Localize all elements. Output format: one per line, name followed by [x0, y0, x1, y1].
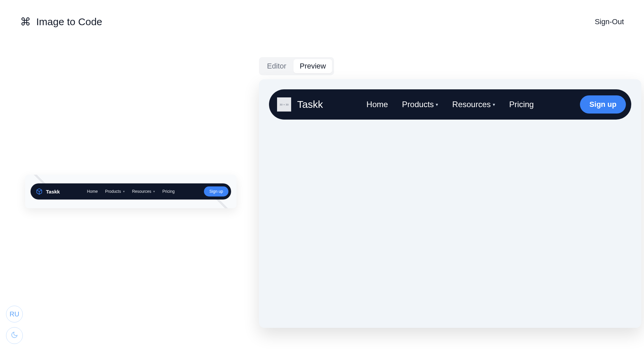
preview-nav: Home Products ▾ Resources ▾ Pricing — [367, 100, 534, 109]
floating-controls: RU — [6, 306, 23, 344]
thumbnail-nav-resources[interactable]: Resources ▾ — [132, 189, 155, 194]
chevron-down-icon: ▾ — [123, 190, 125, 193]
tab-preview[interactable]: Preview — [293, 59, 332, 73]
thumbnail-nav-pricing-label: Pricing — [162, 189, 175, 194]
thumbnail-signup-button[interactable]: Sign up — [204, 186, 228, 196]
preview-navbar: 30 × 30 Taskk Home Products ▾ Resources … — [269, 89, 631, 120]
preview-panel: 30 × 30 Taskk Home Products ▾ Resources … — [259, 79, 641, 328]
preview-nav-products[interactable]: Products ▾ — [402, 100, 438, 109]
thumbnail-brand-text: Taskk — [46, 189, 60, 194]
preview-nav-pricing-label: Pricing — [509, 100, 534, 109]
source-thumbnail-panel: Taskk Home Products ▾ Resources ▾ Pricin… — [25, 175, 236, 208]
thumbnail-nav-pricing[interactable]: Pricing — [162, 189, 175, 194]
preview-nav-resources[interactable]: Resources ▾ — [452, 100, 495, 109]
preview-nav-home-label: Home — [367, 100, 388, 109]
app-title: Image to Code — [36, 16, 102, 28]
chevron-down-icon: ▾ — [436, 102, 438, 107]
command-icon: ⌘ — [20, 16, 31, 27]
thumbnail-nav-home-label: Home — [87, 189, 98, 194]
preview-nav-pricing[interactable]: Pricing — [509, 100, 534, 109]
tab-group: Editor Preview — [259, 57, 334, 75]
preview-signup-button[interactable]: Sign up — [580, 95, 626, 114]
thumbnail-navbar: Taskk Home Products ▾ Resources ▾ Pricin… — [31, 183, 231, 200]
logo-placeholder: 30 × 30 — [277, 97, 291, 112]
language-toggle-button[interactable]: RU — [6, 306, 23, 322]
logo-placeholder-text: 30 × 30 — [280, 103, 289, 106]
thumbnail-nav-products[interactable]: Products ▾ — [105, 189, 124, 194]
thumbnail-nav-resources-label: Resources — [132, 189, 151, 194]
chevron-down-icon: ▾ — [493, 102, 495, 107]
signout-link[interactable]: Sign-Out — [595, 17, 624, 26]
app-header: ⌘ Image to Code Sign-Out — [0, 0, 644, 36]
language-badge-text: RU — [10, 310, 19, 318]
theme-toggle-button[interactable] — [6, 327, 23, 344]
preview-brand-text: Taskk — [297, 99, 323, 110]
preview-nav-resources-label: Resources — [452, 100, 491, 109]
preview-nav-home[interactable]: Home — [367, 100, 388, 109]
tab-editor[interactable]: Editor — [261, 59, 292, 73]
moon-icon — [11, 331, 18, 340]
thumbnail-nav-home[interactable]: Home — [87, 189, 98, 194]
thumbnail-nav-products-label: Products — [105, 189, 121, 194]
app-brand: ⌘ Image to Code — [20, 16, 102, 28]
main-area: Editor Preview Taskk Home Products ▾ — [0, 57, 644, 350]
chevron-down-icon: ▾ — [153, 190, 155, 193]
thumbnail-nav: Home Products ▾ Resources ▾ Pricing — [87, 189, 174, 194]
cube-icon — [36, 188, 43, 195]
preview-nav-products-label: Products — [402, 100, 434, 109]
